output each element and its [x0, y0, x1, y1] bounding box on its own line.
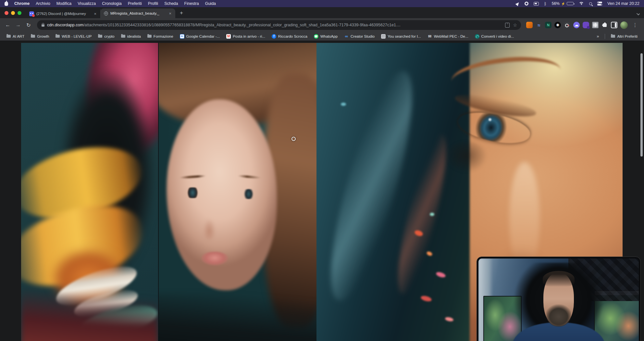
bookmark-webmail-pec[interactable]: ✉ WebMail PEC - De...	[425, 33, 471, 40]
back-button[interactable]: ←	[3, 20, 12, 30]
metamask-extension-icon[interactable]	[526, 22, 533, 28]
google-calendar-icon: 31	[180, 34, 184, 39]
bookmark-star-icon[interactable]: ☆	[513, 22, 517, 28]
menu-modifica[interactable]: Modifica	[56, 1, 72, 6]
mail-envelope-icon: ✉	[427, 34, 432, 39]
menu-visualizza[interactable]: Visualizza	[78, 1, 96, 6]
window-controls	[0, 11, 26, 18]
closeup-lashes-shadow	[445, 141, 488, 177]
reload-button[interactable]: ↻	[24, 20, 33, 30]
bookmark-label: AI ART	[13, 34, 24, 38]
menu-cronologia[interactable]: Cronologia	[102, 1, 121, 6]
forward-button[interactable]: →	[14, 20, 23, 30]
bookmark-gmail-inbox[interactable]: M Posta in arrivo - ri...	[224, 33, 268, 40]
bookmark-creator-studio[interactable]: ∞ Creator Studio	[341, 33, 377, 40]
menu-preferiti[interactable]: Preferiti	[128, 1, 142, 6]
bookmark-label: WebMail PEC - De...	[434, 34, 468, 38]
presenter-head	[543, 272, 574, 326]
bookmark-label: WEB - LEVEL-UP	[62, 34, 92, 38]
grid-extension-icon[interactable]	[592, 22, 599, 28]
close-window-button[interactable]	[5, 11, 8, 15]
page-icon	[381, 34, 386, 39]
discord-favicon	[29, 11, 34, 16]
other-bookmarks[interactable]: Altri Preferiti	[608, 33, 640, 39]
display-mirroring-icon[interactable]	[534, 2, 539, 6]
menu-profili[interactable]: Profili	[148, 1, 158, 6]
menubar-clock[interactable]: Ven 24 mar 20:22	[607, 1, 639, 6]
bookmark-converti-video[interactable]: Converti i video di...	[472, 33, 517, 40]
bookmark-idealista[interactable]: idealista	[118, 33, 143, 39]
wifi-icon[interactable]	[579, 2, 584, 6]
menu-scheda[interactable]: Scheda	[164, 1, 178, 6]
bookmark-formazione[interactable]: Formazione	[145, 33, 176, 39]
tab-close-icon[interactable]: ×	[168, 11, 172, 16]
bookmark-label: idealista	[127, 34, 141, 38]
folder-icon	[121, 35, 125, 38]
folder-icon	[147, 35, 152, 38]
control-center-icon[interactable]	[597, 2, 602, 6]
artwork-left-abstract-panel	[21, 43, 158, 341]
bookmark-you-searched[interactable]: You searched for I...	[378, 33, 424, 40]
bookmark-facebook-profile[interactable]: f Riccardo Scrocca	[269, 33, 310, 40]
menu-finestra[interactable]: Finestra	[184, 1, 199, 6]
tab-close-icon[interactable]: ×	[93, 11, 97, 16]
portrait-lips	[201, 252, 228, 265]
location-arrow-icon[interactable]	[515, 1, 520, 6]
tls-lock-icon[interactable]	[42, 24, 44, 27]
cloud-extension-icon[interactable]: ☁	[573, 22, 580, 28]
share-icon[interactable]: ↑	[505, 23, 510, 28]
tab-image-active[interactable]: MRregista_Abstract_beauty._ ×	[101, 8, 175, 18]
url-domain: cdn.discordapp.com	[47, 23, 83, 27]
side-panel-icon[interactable]	[611, 22, 617, 28]
purple-extension-icon[interactable]	[583, 22, 589, 28]
vertical-scrollbar-thumb[interactable]	[640, 53, 643, 157]
globe-favicon	[104, 11, 108, 16]
webcam-overlay: A TIRITIND ★	[477, 257, 641, 341]
dark-circle-extension-icon[interactable]: ✱	[554, 22, 561, 28]
tab-image-title: MRregista_Abstract_beauty._	[110, 11, 166, 15]
address-bar[interactable]: cdn.discordapp.com /attachments/10135123…	[37, 20, 521, 30]
whatsapp-icon: ☎	[314, 34, 318, 39]
bookmark-label: Riccardo Scrocca	[278, 34, 307, 38]
menu-archivio[interactable]: Archivio	[36, 1, 50, 6]
password-key-extension-icon[interactable]	[564, 22, 570, 28]
mouse-cursor-ring	[291, 137, 296, 141]
chrome-tab-strip: (2762) Discord | @Midjourney × MRregista…	[0, 7, 644, 18]
spotlight-search-icon[interactable]	[589, 2, 592, 5]
bookmarks-divider	[605, 34, 605, 39]
zoom-window-button[interactable]	[18, 11, 21, 15]
bookmark-ai-art[interactable]: AI ART	[4, 33, 27, 39]
bookmarks-overflow-chevron[interactable]: »	[594, 34, 601, 39]
portrait-eye	[239, 189, 258, 199]
bookmark-whatsapp[interactable]: ☎ WhatsApp	[311, 33, 340, 40]
bookmark-web-level-up[interactable]: WEB - LEVEL-UP	[53, 33, 94, 39]
bluetooth-icon[interactable]: ᛒ	[544, 2, 547, 6]
folder-icon	[56, 35, 60, 38]
menubar-app-name[interactable]: Chrome	[14, 1, 30, 6]
waves-extension-icon[interactable]: ≈	[536, 22, 542, 28]
color-speckle	[341, 103, 346, 106]
bookmark-label: Formazione	[154, 34, 173, 38]
notion-extension-icon[interactable]: N	[545, 22, 551, 28]
artwork-portrait-panel	[158, 43, 316, 341]
bookmark-growth[interactable]: Growth	[28, 33, 52, 39]
bookmark-crypto[interactable]: crypto	[95, 33, 117, 39]
new-tab-button[interactable]: +	[177, 9, 186, 17]
screen-record-icon[interactable]	[525, 2, 528, 6]
profile-avatar[interactable]	[620, 21, 628, 29]
bookmark-google-calendar[interactable]: 31 Google Calendar -...	[177, 33, 223, 40]
minimize-window-button[interactable]	[11, 11, 15, 15]
battery-status[interactable]: 56% ⚡	[552, 1, 574, 6]
menu-guida[interactable]: Guida	[205, 1, 216, 6]
chrome-menu-icon[interactable]: ⋮	[631, 22, 639, 28]
tab-discord[interactable]: (2762) Discord | @Midjourney ×	[26, 9, 101, 18]
tab-search-chevron-icon[interactable]	[637, 12, 640, 15]
other-bookmarks-label: Altri Preferiti	[617, 34, 638, 38]
apple-logo-icon[interactable]	[5, 2, 8, 6]
macos-menubar: Chrome Archivio Modifica Visualizza Cron…	[0, 0, 644, 7]
tab-discord-title: (2762) Discord | @Midjourney	[36, 12, 91, 16]
folder-icon	[611, 35, 615, 38]
battery-icon	[567, 2, 574, 5]
extensions-puzzle-icon[interactable]	[601, 22, 608, 28]
folder-icon	[6, 35, 11, 38]
